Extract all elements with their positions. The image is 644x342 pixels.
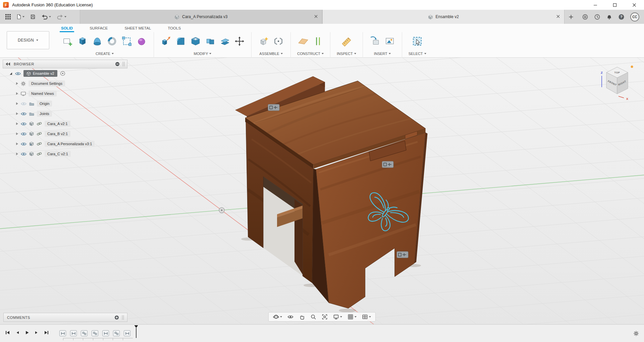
expand-arrow-icon[interactable]: [16, 92, 18, 95]
app-menu-button[interactable]: [5, 14, 11, 19]
browser-item-label[interactable]: Named Views: [29, 91, 57, 97]
expand-arrow-icon[interactable]: [16, 102, 18, 105]
expand-arrow-icon[interactable]: [16, 153, 18, 155]
joint-flag[interactable]: [397, 251, 408, 258]
revolve-button[interactable]: [106, 36, 118, 47]
zoom-button[interactable]: [308, 312, 319, 321]
panel-grip[interactable]: [122, 315, 124, 320]
step-back-button[interactable]: [15, 330, 19, 336]
browser-row-cara-a-personalizada[interactable]: Cara_A Personalizada v3:1: [3, 139, 127, 149]
collapse-panel-icon[interactable]: [6, 62, 11, 66]
select-menu-button[interactable]: SELECT: [409, 52, 426, 56]
viewcube-home-dot[interactable]: [631, 66, 633, 68]
timeline-feature-joint[interactable]: [70, 330, 77, 336]
go-to-beginning-button[interactable]: [5, 330, 10, 336]
expand-arrow-icon[interactable]: [16, 142, 18, 145]
notifications-button[interactable]: [606, 14, 612, 20]
combine-button[interactable]: [205, 36, 216, 47]
assemble-menu-button[interactable]: ASSEMBLE: [259, 52, 282, 56]
add-comment-icon[interactable]: [114, 315, 119, 320]
create-sketch-button[interactable]: [62, 36, 73, 47]
select-button[interactable]: [411, 35, 423, 47]
browser-row-cara-b[interactable]: Cara_B v2:1: [3, 129, 127, 139]
new-tab-button[interactable]: [565, 10, 577, 24]
eye-icon[interactable]: [21, 132, 26, 136]
stool-model[interactable]: [228, 72, 443, 317]
step-forward-button[interactable]: [35, 330, 39, 336]
grid-and-snaps-button[interactable]: [345, 312, 359, 321]
construction-axis-button[interactable]: [312, 36, 324, 47]
tab-close-button[interactable]: [556, 14, 560, 19]
expand-arrow-icon[interactable]: [16, 132, 18, 135]
tab-tools[interactable]: TOOLS: [167, 25, 181, 32]
display-settings-button[interactable]: [330, 312, 345, 321]
browser-row-cara-a[interactable]: Cara_A v2:1: [3, 119, 127, 129]
create-menu-button[interactable]: CREATE: [96, 52, 114, 56]
play-button[interactable]: [25, 330, 29, 336]
maximize-button[interactable]: [605, 0, 625, 10]
timeline-feature-joint[interactable]: [102, 330, 109, 336]
browser-row-cara-c[interactable]: Cara_C v2:1: [3, 149, 127, 159]
browser-row-named-views[interactable]: Named Views: [3, 89, 127, 99]
minimize-button[interactable]: [586, 0, 605, 10]
timeline-feature-joint[interactable]: [59, 330, 66, 336]
browser-item-label[interactable]: Origin: [37, 101, 52, 107]
inspect-menu-button[interactable]: INSPECT: [337, 52, 356, 56]
tab-surface[interactable]: SURFACE: [89, 25, 108, 32]
joint-flag[interactable]: [382, 161, 393, 168]
viewports-button[interactable]: [359, 312, 374, 321]
orbit-button[interactable]: [270, 312, 285, 321]
tab-close-button[interactable]: [314, 14, 318, 19]
timeline-feature-joint[interactable]: [124, 330, 130, 336]
expand-arrow-icon[interactable]: [16, 112, 18, 115]
modify-menu-button[interactable]: MODIFY: [194, 52, 212, 56]
comments-panel[interactable]: COMMENTS: [3, 313, 127, 322]
eye-icon[interactable]: [21, 152, 26, 156]
workspace-selector-button[interactable]: DESIGN: [7, 31, 49, 49]
browser-item-label[interactable]: Cara_A Personalizada v3:1: [45, 141, 95, 147]
timeline-feature-component[interactable]: [81, 330, 88, 336]
pan-button[interactable]: [296, 312, 308, 321]
browser-item-label[interactable]: Joints: [37, 111, 52, 117]
timeline-playhead[interactable]: [134, 325, 139, 340]
go-to-end-button[interactable]: [44, 330, 49, 336]
offset-plane-button[interactable]: [298, 36, 309, 47]
timeline-feature-component[interactable]: [92, 330, 98, 336]
close-button[interactable]: [625, 0, 644, 10]
move-button[interactable]: [234, 36, 245, 47]
fit-button[interactable]: [319, 312, 330, 321]
expand-arrow-icon[interactable]: [16, 82, 18, 85]
browser-root-label[interactable]: Ensamble v2: [23, 70, 57, 77]
browser-row-document-settings[interactable]: Document Settings: [3, 78, 127, 89]
document-tab-ensamble[interactable]: Ensamble v2: [322, 10, 565, 24]
browser-row-joints[interactable]: Joints: [3, 109, 127, 119]
measure-button[interactable]: [341, 36, 352, 47]
box-button[interactable]: [77, 36, 88, 47]
browser-item-label[interactable]: Cara_A v2:1: [45, 121, 70, 127]
collapse-all-icon[interactable]: [115, 62, 120, 66]
insert-menu-button[interactable]: INSERT: [374, 52, 391, 56]
undo-button[interactable]: [41, 14, 51, 19]
activate-radio-icon[interactable]: [60, 71, 65, 76]
account-avatar[interactable]: CC: [630, 12, 639, 21]
browser-header[interactable]: BROWSER: [3, 60, 127, 68]
create-form-button[interactable]: [136, 36, 147, 47]
loft-button[interactable]: [92, 36, 103, 47]
document-tab-cara-a-personalizada[interactable]: Cara_A Personalizada v3: [80, 10, 322, 24]
browser-item-label[interactable]: Document Settings: [29, 80, 65, 87]
joint-button[interactable]: [273, 36, 284, 47]
eye-icon[interactable]: [15, 72, 21, 75]
eye-icon[interactable]: [21, 112, 26, 116]
tab-solid[interactable]: SOLID: [60, 25, 73, 32]
expand-arrow-icon[interactable]: [16, 122, 18, 125]
panel-grip[interactable]: [123, 62, 124, 66]
look-at-button[interactable]: [285, 312, 296, 321]
browser-item-label[interactable]: Cara_C v2:1: [45, 151, 71, 157]
help-button[interactable]: ?: [618, 14, 625, 20]
origin-marker[interactable]: [219, 208, 224, 213]
tab-sheet-metal[interactable]: SHEET METAL: [124, 25, 152, 32]
construct-menu-button[interactable]: CONSTRUCT: [297, 52, 324, 56]
eye-icon[interactable]: [21, 122, 26, 126]
offset-face-button[interactable]: [219, 36, 231, 47]
eye-hidden-icon[interactable]: [21, 102, 26, 106]
